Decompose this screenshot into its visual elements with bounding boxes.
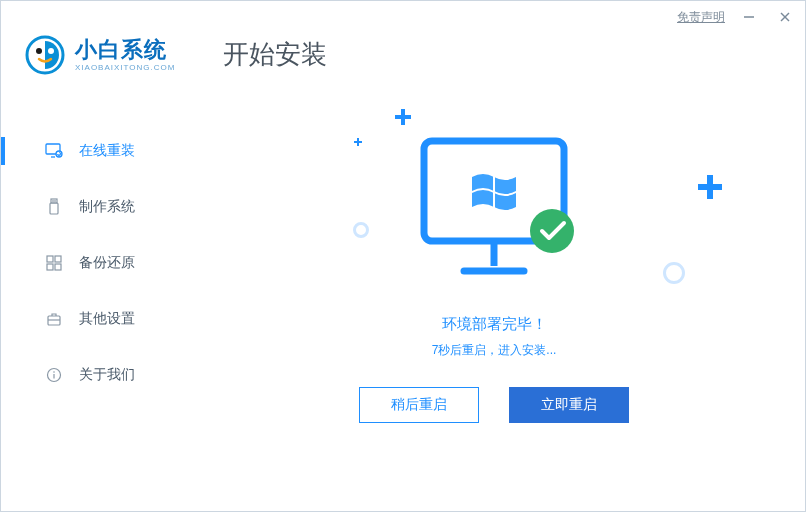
sidebar: 小白系统 XIAOBAIXITONG.COM 在 [1, 29, 193, 511]
titlebar: 免责声明 [1, 1, 805, 29]
decorative-circle-icon [353, 222, 369, 238]
svg-point-26 [530, 209, 574, 253]
svg-point-5 [48, 48, 54, 54]
brand-logo-icon [25, 35, 65, 75]
status-title: 环境部署完毕！ [442, 315, 547, 334]
sidebar-item-online-reinstall[interactable]: 在线重装 [1, 123, 193, 179]
grid-icon [45, 254, 63, 272]
sidebar-item-label: 在线重装 [79, 142, 135, 160]
restart-now-button[interactable]: 立即重启 [509, 387, 629, 423]
sidebar-item-make-system[interactable]: 制作系统 [1, 179, 193, 235]
disclaimer-link[interactable]: 免责声明 [677, 9, 725, 26]
nav: 在线重装 制作系统 [1, 123, 193, 403]
minimize-button[interactable] [737, 8, 761, 26]
info-icon [45, 366, 63, 384]
restart-later-button[interactable]: 稍后重启 [359, 387, 479, 423]
sidebar-item-label: 备份还原 [79, 254, 135, 272]
main: 开始安装 [193, 29, 805, 511]
sidebar-item-about[interactable]: 关于我们 [1, 347, 193, 403]
sidebar-item-label: 制作系统 [79, 198, 135, 216]
brand-name-cn: 小白系统 [75, 39, 175, 61]
svg-rect-13 [47, 256, 53, 262]
svg-rect-15 [47, 264, 53, 270]
sidebar-item-label: 关于我们 [79, 366, 135, 384]
brand: 小白系统 XIAOBAIXITONG.COM [1, 29, 193, 99]
svg-rect-10 [50, 203, 58, 214]
monitor-reinstall-icon [45, 142, 63, 160]
toolbox-icon [45, 310, 63, 328]
usb-icon [45, 198, 63, 216]
sidebar-item-backup-restore[interactable]: 备份还原 [1, 235, 193, 291]
svg-point-4 [36, 48, 42, 54]
brand-name-en: XIAOBAIXITONG.COM [75, 63, 175, 72]
illustration-stage: 环境部署完毕！ 7秒后重启，进入安装... 稍后重启 立即重启 [223, 82, 765, 481]
svg-rect-14 [55, 256, 61, 262]
status-sub: 7秒后重启，进入安装... [432, 342, 557, 359]
body: 小白系统 XIAOBAIXITONG.COM 在 [1, 29, 805, 511]
svg-rect-9 [51, 199, 57, 203]
close-button[interactable] [773, 8, 797, 26]
page-title: 开始安装 [223, 37, 765, 72]
svg-point-20 [53, 371, 55, 373]
actions: 稍后重启 立即重启 [359, 387, 629, 423]
svg-rect-16 [55, 264, 61, 270]
monitor-success-icon [404, 131, 584, 291]
sidebar-item-label: 其他设置 [79, 310, 135, 328]
decorative-circle-icon [663, 262, 685, 284]
brand-text: 小白系统 XIAOBAIXITONG.COM [75, 39, 175, 72]
app-window: 免责声明 小白系统 XIAOBAIXITONG.COM [0, 0, 806, 512]
sidebar-item-other-settings[interactable]: 其他设置 [1, 291, 193, 347]
